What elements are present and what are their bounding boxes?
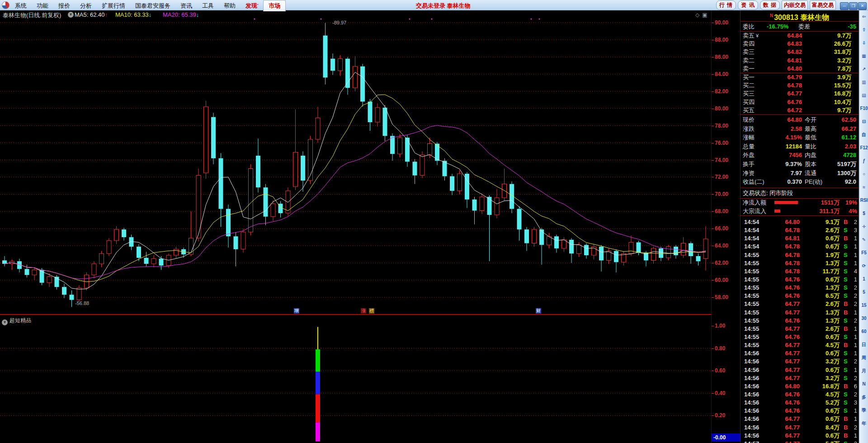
tick-row[interactable]: 14:5564.781.9万S1 [741,251,859,259]
menu-item-1[interactable]: 功能 [32,0,53,11]
chevron-down-icon[interactable]: ∨ [2,319,8,325]
wave-button[interactable]: ≈ [859,181,868,194]
top-button-3[interactable]: 内嵌交易 [782,0,808,10]
chart-tool-icons[interactable]: ◇▣ [695,12,710,18]
tick-row[interactable]: 14:5464.810.6万B1 [741,234,859,243]
tick-row[interactable]: 14:5464.780.6万S1 [741,243,859,251]
top-button-0[interactable]: 行 情 [716,0,736,10]
period-15-button[interactable]: 15 [859,299,868,312]
trade-login-status[interactable]: 交易未登录 泰林生物 [416,2,471,10]
trend-button[interactable]: ↗ [859,62,868,76]
tick-row[interactable]: 14:5664.770.6万B1 [741,432,859,440]
down-button[interactable]: ⇩ [859,36,868,49]
tick-row[interactable]: 14:5764.775.2万S2 [741,440,859,443]
tick-row[interactable]: 14:5564.7811.7万S4 [741,267,859,276]
top-button-4[interactable]: 富易交易 [810,0,836,10]
tick-row[interactable]: 14:5664.770.6万B1 [741,415,859,423]
refresh-button[interactable]: ⟳ [859,259,868,272]
tick-row[interactable]: 14:5564.760.6万S1 [741,333,859,341]
up-button[interactable]: ⇧ [859,23,868,36]
tick-row[interactable]: 14:5664.773.2万S2 [741,357,859,366]
menu-item-8[interactable]: 帮助 [219,0,241,11]
ask-row[interactable]: 卖一64.807.8万 [741,65,859,73]
formula-button[interactable]: ƒ [859,154,868,167]
bid-row[interactable]: 买四64.7610.4万 [741,98,859,106]
menu-item-2[interactable]: 报价 [53,0,75,11]
tick-row[interactable]: 14:5464.782.6万S3 [741,226,859,234]
tick-row[interactable]: 14:5664.8016.8万B6 [741,382,859,391]
kline-button[interactable]: ▥ [859,76,868,89]
minimize-button[interactable]: ─ [840,2,849,10]
ask-row[interactable]: 卖二64.813.2万 [741,57,859,65]
chevron-down-icon[interactable]: ∨ [68,12,74,18]
close-button[interactable]: ✕ [858,2,867,10]
edit-button[interactable]: ✎ [859,233,868,246]
tick-row[interactable]: 14:5564.760.6万S1 [741,276,859,284]
back-button[interactable]: ⇦ [859,10,868,23]
tick-row[interactable]: 14:5564.774.5万B1 [741,341,859,349]
period-multi-button[interactable]: 多 [859,391,868,404]
ask-row[interactable]: 卖三64.8231.8万 [741,48,859,56]
period-n-button[interactable]: N [859,377,868,391]
tick-row[interactable]: 14:5564.771.3万B1 [741,309,859,317]
money-button[interactable]: $ [859,207,868,220]
period-week-button[interactable]: 周 [859,351,868,364]
f12-button[interactable]: F12 [859,141,868,154]
top-button-1[interactable]: 资 讯 [738,0,758,10]
tick-row[interactable]: 14:5664.765.2万S3 [741,399,859,407]
tick-row[interactable]: 14:5564.761.3万S2 [741,284,859,292]
period-5-button[interactable]: 5 [859,286,868,299]
ask-row[interactable]: 卖四64.8326.6万 [741,40,859,48]
period-30-button[interactable]: 30 [859,312,868,325]
menu-item-hot-1[interactable]: 市场 [263,0,286,11]
tick-row[interactable]: 14:5664.773.2万S2 [741,374,859,382]
tick-row[interactable]: 14:5664.760.6万S1 [741,407,859,415]
custom-button[interactable]: 自 [859,128,868,141]
menu-item-5[interactable]: 国泰君安服务 [130,0,175,11]
news-button[interactable]: ▤ [859,89,868,102]
period-quarter-button[interactable]: 季 [859,404,868,417]
circle-button[interactable]: ○ [859,167,868,181]
tick-row[interactable]: 14:5664.778.4万B2 [741,424,859,432]
bid-row[interactable]: 买三64.7716.8万 [741,90,859,98]
tree-button[interactable]: ⊟ [859,115,868,128]
restore-button[interactable]: ❐ [849,2,858,10]
bid-row[interactable]: 买一64.793.9万 [741,73,859,81]
tick-row[interactable]: 14:5664.764.5万S2 [741,391,859,399]
bid-row[interactable]: 买二64.7815.5万 [741,81,859,90]
stock-header[interactable]: N300813 泰林生物 [741,10,859,22]
tick-count: 4 [854,267,857,276]
rsi-button[interactable]: RSI [859,194,868,207]
menu-item-6[interactable]: 资讯 [175,0,197,11]
tick-row[interactable]: 14:5464.809.1万B2 [741,218,859,226]
top-button-2[interactable]: 数 据 [760,0,780,10]
menu-item-0[interactable]: 系统 [10,0,32,11]
tick-row[interactable]: 14:5564.772.6万B2 [741,300,859,308]
report-button[interactable]: ▦ [859,49,868,62]
chart-area[interactable]: 泰林生物(日线.前复权) ∨ MA5: 62.40↑MA10: 63.33↓MA… [0,10,711,443]
price-axis-label: 66.00 [712,225,728,232]
tick-row[interactable]: 14:5564.781.3万S1 [741,259,859,267]
move-button[interactable]: ✛ [859,220,868,233]
tick-row[interactable]: 14:5664.770.6万S1 [741,366,859,374]
period-year-button[interactable]: 年 [859,417,868,430]
period-day-button[interactable]: 日 [859,338,868,351]
menu-item-hot-0[interactable]: 发现▪ [241,0,263,11]
menu-item-4[interactable]: 扩展行情 [97,0,130,11]
tick-row[interactable]: 14:5564.766.5万S2 [741,292,859,300]
period-month-button[interactable]: 月 [859,364,868,377]
period-60-button[interactable]: 60 [859,325,868,338]
bid-row[interactable]: 买五64.729.7万 [741,106,859,114]
ask-row[interactable]: 卖五 ¥64.849.7万 [741,32,859,40]
f5-button[interactable]: F5 [859,246,868,259]
candlestick-chart[interactable] [0,10,711,443]
tick-row[interactable]: 14:5664.770.6万S1 [741,349,859,357]
menu-item-3[interactable]: 分析 [75,0,97,11]
tick-row[interactable]: 14:5564.761.3万S2 [741,317,859,325]
tick-row[interactable]: 14:5564.772.6万B1 [741,325,859,333]
tick-list[interactable]: 14:5464.809.1万B214:5464.782.6万S314:5464.… [741,218,859,443]
f10-button[interactable]: F10 [859,102,868,115]
panel-separator[interactable] [0,314,740,315]
period-1-button[interactable]: 1 [859,272,868,286]
menu-item-7[interactable]: 工具 [197,0,219,11]
